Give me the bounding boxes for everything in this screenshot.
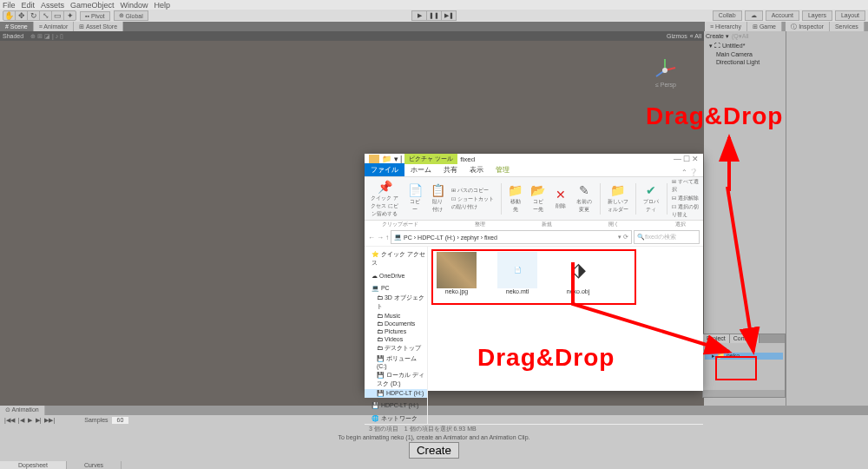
menu-file[interactable]: File	[3, 1, 16, 10]
up-icon[interactable]: ↑	[385, 234, 389, 241]
tab-inspector[interactable]: ⓘ Inspector	[786, 22, 830, 31]
transform-tool[interactable]: ✦	[64, 11, 76, 20]
nav-vol[interactable]: 💾 ボリューム (C:)	[365, 353, 427, 370]
rib-copyto[interactable]: 📂コピー先	[529, 183, 547, 214]
pivot-button[interactable]: ▪▪Pivot	[80, 11, 110, 21]
tab-assetstore[interactable]: ⊞ Asset Store	[74, 22, 123, 31]
axis-gizmo[interactable]	[652, 57, 678, 83]
rib-rename[interactable]: ✎名前の変更	[575, 183, 595, 214]
nav-videos[interactable]: 🗀 Videos	[365, 335, 427, 343]
menu-bar: File Edit Assets GameObject Window Help	[0, 0, 868, 10]
anim-prev[interactable]: |◀	[18, 417, 24, 424]
tab-animator[interactable]: ≡ Animator	[34, 22, 75, 31]
nav-docs[interactable]: 🗀 Documents	[365, 320, 427, 327]
scene-search[interactable]: « All	[690, 33, 701, 39]
hierarchy-scene-root[interactable]: ▾ ⛶ Untitled*	[706, 42, 784, 50]
annotation-project-box	[715, 356, 757, 380]
rib-paste[interactable]: 📋貼り付け	[429, 183, 446, 214]
nav-pc[interactable]: 💻 PC	[365, 284, 427, 293]
ribbon-collapse-icon[interactable]: ⌃ ❔	[681, 168, 698, 176]
collab-button[interactable]: Collab	[713, 10, 742, 21]
nav-onedrive[interactable]: ☁ OneDrive	[365, 272, 427, 281]
rib-newfolder[interactable]: 📁新しいフォルダー	[606, 183, 630, 214]
menu-window[interactable]: Window	[121, 1, 148, 10]
tab-game[interactable]: ⊞ Game	[747, 22, 782, 31]
nav-hd2[interactable]: 💾 HDPC-LT (H:)	[365, 401, 427, 410]
close-icon[interactable]: ✕	[692, 155, 699, 163]
hierarchy-main-camera[interactable]: Main Camera	[706, 50, 784, 58]
fwd-icon[interactable]: →	[377, 234, 384, 241]
anim-next[interactable]: ▶|	[36, 417, 42, 424]
search-input[interactable]: 🔍 fixedの検索	[634, 230, 700, 244]
ribtab-file[interactable]: ファイル	[365, 163, 404, 176]
tab-services[interactable]: Services	[830, 22, 865, 31]
explorer-status: 3 個の項目 1 個の項目を選択 6.93 MB	[365, 424, 703, 433]
rib-delete[interactable]: ✕削除	[552, 188, 569, 210]
rib-selectnone[interactable]: ⊟ 選択解除	[672, 195, 700, 202]
step-button[interactable]: ▶❚	[442, 11, 456, 20]
file-pane[interactable]: neko.jpg 📄neko.mtl ⬗neko.obj	[428, 247, 703, 424]
rib-pin[interactable]: 📌クイック アクセス にピン留めする	[368, 180, 401, 218]
nav-net[interactable]: 🌐 ネットワーク	[365, 413, 427, 424]
create-button[interactable]: Create	[409, 442, 459, 459]
nav-quick[interactable]: ⭐ クイック アクセス	[365, 249, 427, 268]
menu-help[interactable]: Help	[155, 1, 171, 10]
hierarchy-directional-light[interactable]: Directional Light	[706, 58, 784, 66]
play-button[interactable]: ▶	[412, 11, 427, 20]
address-bar: ←→↑ 💻PC›HDPC-LT (H:)›zephyr›fixed ▾ ⟳ 🔍 …	[365, 228, 703, 247]
account-button[interactable]: Account	[766, 10, 799, 21]
layers-button[interactable]: Layers	[802, 10, 832, 21]
anim-last[interactable]: ▶▶|	[44, 417, 55, 424]
rib-selectall[interactable]: ⊞ すべて選択	[672, 178, 700, 194]
rib-pathcopy[interactable]: ⊞ パスのコピー	[451, 187, 496, 195]
nav-3d[interactable]: 🗀 3D オブジェクト	[365, 293, 427, 312]
menu-edit[interactable]: Edit	[22, 1, 36, 10]
rect-tool[interactable]: ▭	[52, 11, 64, 20]
global-button[interactable]: ⊕Global	[114, 10, 148, 21]
curves-tab[interactable]: Curves	[67, 461, 122, 469]
nav-desk[interactable]: 🗀 デスクトップ	[365, 343, 427, 353]
address-path[interactable]: 💻PC›HDPC-LT (H:)›zephyr›fixed ▾ ⟳	[391, 230, 632, 244]
rib-shortcut[interactable]: ⊡ ショートカットの貼り付け	[451, 195, 496, 211]
ribtab-manage[interactable]: 管理	[490, 163, 516, 176]
menu-gameobject[interactable]: GameObject	[70, 1, 115, 10]
layout-button[interactable]: Layout	[835, 10, 865, 21]
dopesheet-tab[interactable]: Dopesheet	[0, 461, 67, 469]
tab-project[interactable]: Project	[703, 334, 730, 343]
anim-play[interactable]: ▶	[28, 417, 32, 424]
ribtab-view[interactable]: 表示	[464, 163, 490, 176]
back-icon[interactable]: ←	[368, 234, 375, 241]
nav-local[interactable]: 💾 ローカル ディスク (D:)	[365, 370, 427, 389]
max-icon[interactable]: ☐	[683, 155, 690, 163]
tab-scene[interactable]: # Scene	[0, 22, 34, 31]
rib-copy[interactable]: 📄コピー	[406, 183, 424, 214]
gizmos-toggle[interactable]: Gizmos	[667, 33, 687, 39]
rib-selectinv[interactable]: ⊡ 選択の切り替え	[672, 203, 700, 219]
samples-value[interactable]: 60	[112, 417, 129, 424]
tab-console[interactable]: Console	[730, 334, 760, 343]
nav-music[interactable]: 🗀 Music	[365, 312, 427, 320]
nav-hd[interactable]: 💾 HDPC-LT (H:)	[365, 389, 427, 398]
anim-first[interactable]: |◀◀	[4, 417, 15, 424]
pause-button[interactable]: ❚❚	[427, 11, 442, 20]
hand-tool[interactable]: ✋	[3, 11, 16, 20]
move-tool[interactable]: ✥	[16, 11, 28, 20]
min-icon[interactable]: —	[674, 155, 681, 163]
rib-move[interactable]: 📁移動先	[507, 183, 524, 214]
menu-assets[interactable]: Assets	[41, 1, 64, 10]
svg-point-3	[662, 68, 667, 73]
tab-hierarchy[interactable]: ≡ Hierarchy	[705, 22, 747, 31]
shading-mode[interactable]: Shaded	[3, 33, 23, 39]
nav-pics[interactable]: 🗀 Pictures	[365, 327, 427, 335]
scale-tool[interactable]: ⤡	[40, 11, 52, 20]
hierarchy-create[interactable]: Create ▾	[706, 33, 729, 40]
rotate-tool[interactable]: ↻	[28, 11, 40, 20]
ribtab-home[interactable]: ホーム	[404, 163, 437, 176]
assets-root[interactable]: Assets	[705, 345, 783, 353]
nav-pane[interactable]: ⭐ クイック アクセス ☁ OneDrive 💻 PC 🗀 3D オブジェクト …	[365, 247, 428, 424]
cloud-button[interactable]: ☁	[745, 10, 763, 21]
hierarchy-search[interactable]: (Q▾All	[732, 33, 749, 40]
rib-prop[interactable]: ✔プロパティ	[641, 183, 661, 214]
tab-animation[interactable]: ⊙ Animation	[0, 406, 45, 415]
ribtab-share[interactable]: 共有	[437, 163, 464, 176]
